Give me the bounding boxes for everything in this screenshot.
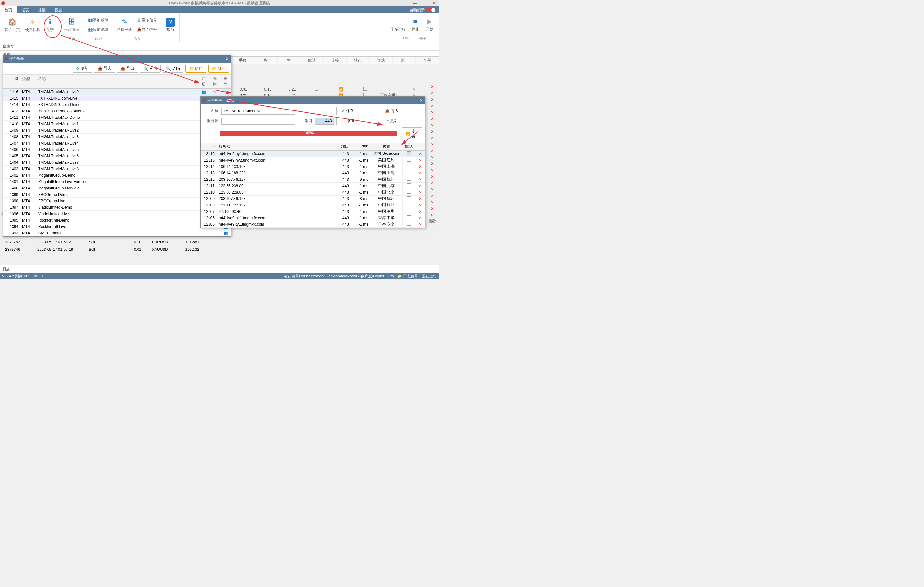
col-name[interactable]: 名称 <box>36 75 198 88</box>
close-row-button[interactable]: ✕ <box>426 84 439 90</box>
platform-row[interactable]: 1401MT4MogaIntlGroup-Live-Europe👥 <box>3 179 231 185</box>
col-edit[interactable]: 编辑 <box>209 75 220 88</box>
dialog-close-button[interactable]: ✕ <box>225 56 229 61</box>
default-checkbox[interactable] <box>407 177 411 181</box>
platform-row[interactable]: 1397MT4VladoLimited-Demo👥 <box>3 204 231 210</box>
platform-row[interactable]: 1400MT4MogaIntlGroup-LiveAsia👥 <box>3 185 231 191</box>
delete-button[interactable]: ✕ <box>416 176 425 183</box>
col-default[interactable]: 默认 <box>403 143 416 150</box>
import-button[interactable]: 📥导入 <box>361 107 422 115</box>
menu-tab[interactable]: 批量 <box>33 6 50 14</box>
server-row[interactable]: 12114106.14.133.168443-1 ms中国 上海✕ <box>201 163 425 170</box>
search-mt5-button[interactable]: 🔍MT5 <box>163 64 183 72</box>
bg-col-header[interactable]: 全平 <box>416 56 439 64</box>
platform-row[interactable]: 1395MT4RockfortIntl-Demo👥 <box>3 217 231 224</box>
default-checkbox[interactable] <box>407 196 411 200</box>
platform-row[interactable]: 1393MT4GMI-Demo01👥 <box>3 230 231 236</box>
delete-button[interactable]: ✕ <box>416 209 425 215</box>
close-row-button[interactable]: ✕ <box>426 148 439 154</box>
folder-mt5-button[interactable]: 📁MT5 <box>208 64 229 72</box>
bg-col-header[interactable]: 多 <box>254 56 277 64</box>
close-row-button[interactable]: ✕ <box>426 128 439 135</box>
close-row-button[interactable]: ✕ <box>426 199 439 206</box>
bg-col-header[interactable]: 默认 <box>300 56 323 64</box>
refresh-button[interactable]: ⟳更新 <box>361 117 422 125</box>
platform-row[interactable]: 1406MT4TMGM.TradeMax-Live5👥 <box>3 146 231 153</box>
platform-row[interactable]: 1394MT4RockfortIntl-Live👥 <box>3 224 231 230</box>
help-button[interactable]: ?帮助 <box>163 16 177 34</box>
delete-button[interactable]: ✕ <box>416 221 425 228</box>
register-button[interactable]: 👥 <box>198 89 209 95</box>
name-input[interactable] <box>221 108 295 115</box>
col-type[interactable]: 类型 <box>20 75 36 88</box>
col-port[interactable]: 端口 <box>335 143 351 150</box>
register-button[interactable]: 👥 <box>220 230 231 236</box>
platform-row[interactable]: 1413MT4Mohicans-Demo 88146602👥 <box>3 108 231 114</box>
server-row[interactable]: 12106mt4-live9-hk1.tmgm-fx.com443-1 ms香港… <box>201 215 425 221</box>
platform-row[interactable]: 1414MT4FXTRADING.com-Demo👥 <box>3 102 231 108</box>
start-button[interactable]: ▶开始 <box>422 16 437 33</box>
platform-row[interactable]: 1410MT4TMGM.TradeMax-Live1👥 <box>3 121 231 127</box>
port-input[interactable] <box>315 118 335 125</box>
delete-button[interactable]: ✕ <box>416 157 425 163</box>
platform-row[interactable]: 1403MT4TMGM.TradeMax-Live8👥 <box>3 166 231 172</box>
server-row[interactable]: 12111123.56.238.89443-1 ms中国 北京✕ <box>201 183 425 189</box>
save-button[interactable]: ✔保存 <box>337 107 359 115</box>
close-row-button[interactable]: ✕ <box>426 141 439 148</box>
bg-col-header[interactable]: 模式 <box>370 56 393 64</box>
default-checkbox[interactable] <box>407 209 411 213</box>
close-row-button[interactable]: ✕ <box>426 122 439 128</box>
platform-row[interactable]: 1409MT4TMGM.TradeMax-Live2👥 <box>3 127 231 133</box>
add-follow-button[interactable]: 👥 添加跟单 <box>86 26 110 33</box>
delete-button[interactable]: ✕ <box>416 189 425 196</box>
server-row[interactable]: 12110123.56.228.85443-1 ms中国 北京✕ <box>201 189 425 196</box>
platform-manage-button[interactable]: 🗄平台管理 <box>61 16 82 34</box>
server-row[interactable]: 12108121.41.122.139443-1 ms中国 杭州✕ <box>201 202 425 209</box>
close-row-button[interactable]: ✕ <box>426 96 439 103</box>
folder-mt4-button[interactable]: 📁MT4 <box>185 64 206 72</box>
col-id[interactable]: Id <box>201 143 217 150</box>
publish-signal-button[interactable]: 📡 发布信号 <box>135 17 159 23</box>
server-row[interactable]: 1210747.106.93.46443-1 ms中国 深圳✕ <box>201 209 425 215</box>
server-row[interactable]: 12109203.107.46.1274438 ms中国 杭州✕ <box>201 196 425 202</box>
col-location[interactable]: 位置 <box>370 143 403 150</box>
maximize-button[interactable]: ☐ <box>419 1 429 5</box>
bg-col-header[interactable]: 编... <box>393 56 416 64</box>
menu-tab[interactable]: 报表 <box>17 6 33 14</box>
menu-tab[interactable]: 设置 <box>50 6 67 14</box>
platform-row[interactable]: 1398MT4EBCGroup-Live👥 <box>3 198 231 204</box>
delete-button[interactable]: ✕ <box>416 170 425 176</box>
import-button[interactable]: 📥导入 <box>94 64 115 72</box>
close-button[interactable]: ✕ <box>429 1 439 5</box>
bg-col-header[interactable]: 手数 <box>231 56 254 64</box>
platform-row[interactable]: 1416MT4TMGM.TradeMax-Live9👥✎✕ <box>3 89 231 95</box>
server-row[interactable]: 12113106.14.188.228443-1 ms中国 上海✕ <box>201 170 425 176</box>
close-row-button[interactable]: ✕ <box>426 206 439 212</box>
about-button[interactable]: ℹ关于 <box>43 16 57 34</box>
close-row-button[interactable]: ✕ <box>426 212 439 219</box>
delete-button[interactable]: ✕ <box>416 196 425 202</box>
bg-col-header[interactable]: 空 <box>277 56 301 64</box>
default-checkbox[interactable] <box>407 183 411 187</box>
delete-button[interactable]: ✕ <box>416 183 425 189</box>
menu-tab[interactable]: 首页 <box>0 6 17 14</box>
server-row[interactable]: 12116mt4-live9-ny1.tmgm-fx.com4431 ms美国 … <box>201 151 425 157</box>
default-checkbox[interactable] <box>407 222 411 226</box>
bg-data-row[interactable]: 0.310.100.21📶✎ <box>231 86 426 92</box>
close-row-button[interactable]: ✕ <box>426 173 439 180</box>
default-checkbox[interactable] <box>407 215 411 219</box>
add-shout-button[interactable]: 👥 添加喊单 <box>86 17 110 23</box>
delete-button[interactable]: ✕ <box>416 202 425 209</box>
order-row[interactable]: 23737632023-05-17 01:58:21Sell0.10EURUSD… <box>3 238 436 246</box>
close-row-button[interactable]: ✕ <box>426 154 439 161</box>
platform-row[interactable]: 1415MT4FXTRADING.com-Live👥✎✕ <box>3 95 231 102</box>
default-checkbox[interactable] <box>407 171 411 174</box>
platform-row[interactable]: 1411MT4TMGM.TradeMax-Demo👥 <box>3 114 231 121</box>
delete-button[interactable]: ✕ <box>416 151 425 157</box>
add-button[interactable]: ＋添加 <box>337 117 359 125</box>
close-row-button[interactable]: ✕ <box>426 186 439 193</box>
server-row[interactable]: 12112203.107.46.1274439 ms中国 杭州✕ <box>201 176 425 183</box>
minimize-button[interactable]: — <box>410 1 419 5</box>
default-checkbox[interactable] <box>407 202 411 207</box>
default-checkbox[interactable] <box>407 158 411 161</box>
